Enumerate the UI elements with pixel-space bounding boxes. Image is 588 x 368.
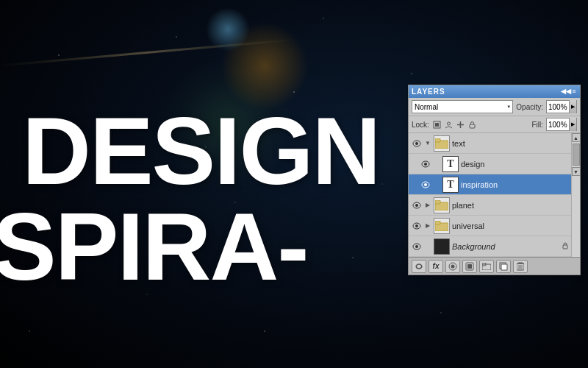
svg-point-7 [415, 142, 418, 145]
thumb-inspiration: T [442, 177, 459, 193]
svg-point-2 [448, 122, 451, 125]
fill-value[interactable]: 100% [547, 121, 569, 129]
svg-rect-5 [470, 124, 475, 128]
layers-scrollbar: ▲ ▼ [571, 133, 580, 257]
layer-name-design: design [461, 160, 568, 169]
layer-item-universal[interactable]: ▶ universal [409, 216, 571, 236]
svg-rect-17 [435, 200, 440, 204]
opacity-value[interactable]: 100% [547, 103, 569, 111]
visibility-inspiration[interactable] [420, 180, 431, 190]
visibility-text-group[interactable] [412, 138, 422, 149]
fx-btn[interactable]: fx [429, 260, 443, 273]
link-layers-btn[interactable] [412, 260, 426, 273]
thumb-design: T [442, 156, 459, 172]
svg-rect-32 [501, 264, 507, 270]
svg-point-13 [424, 183, 427, 186]
new-fill-btn[interactable] [445, 260, 460, 273]
new-group-btn[interactable] [479, 260, 494, 273]
panel-menu-btn[interactable]: ≡ [571, 89, 577, 95]
fill-label: Fill: [531, 121, 543, 129]
svg-rect-35 [519, 262, 522, 263]
visibility-background[interactable] [412, 241, 422, 252]
layer-name-inspiration: inspiration [461, 180, 568, 189]
canvas-text-design: DESIGN [22, 103, 379, 199]
svg-point-26 [451, 264, 455, 268]
visibility-universal[interactable] [412, 221, 422, 231]
thumb-planet [434, 197, 450, 213]
svg-point-11 [424, 163, 427, 166]
visibility-planet[interactable] [412, 200, 422, 210]
lock-label: Lock: [412, 121, 429, 129]
layer-name-text-group: text [452, 139, 568, 148]
canvas-text-inspiration: SPIRA- [0, 199, 308, 294]
titlebar-controls: ◀◀ ≡ [563, 89, 577, 95]
fx-label: fx [433, 262, 440, 270]
thumb-background [434, 238, 450, 255]
scrollbar-thumb[interactable] [573, 144, 580, 166]
layer-name-universal: universal [452, 222, 568, 230]
svg-rect-1 [435, 123, 439, 127]
blend-mode-row: Normal Opacity: 100% ▶ [409, 98, 580, 116]
layer-name-background: Background [452, 242, 560, 251]
scrollbar-down-btn[interactable]: ▼ [572, 167, 581, 176]
fill-arrow-btn[interactable]: ▶ [569, 118, 576, 131]
opacity-label: Opacity: [516, 103, 543, 111]
adjustment-layer-btn[interactable] [462, 260, 477, 273]
svg-point-19 [415, 224, 418, 227]
svg-rect-29 [482, 264, 491, 270]
layer-item-text-group[interactable]: ▼ text [409, 133, 571, 154]
lock-image-btn[interactable] [444, 119, 454, 130]
lock-icons [432, 119, 478, 130]
panel-titlebar: LAYERS ◀◀ ≡ [409, 85, 580, 98]
thumb-text-group [434, 135, 450, 152]
new-layer-btn[interactable] [496, 260, 511, 273]
svg-rect-21 [435, 221, 440, 224]
layer-name-planet: planet [452, 201, 568, 210]
lock-transparent-btn[interactable] [432, 119, 442, 130]
layer-item-planet[interactable]: ▶ planet [409, 195, 571, 216]
svg-rect-28 [467, 264, 472, 269]
layers-content: ▼ text ▶ T design ▶ T [409, 133, 580, 257]
visibility-design[interactable] [420, 159, 431, 169]
svg-rect-24 [563, 245, 567, 249]
layers-panel: LAYERS ◀◀ ≡ Normal Opacity: 100% ▶ Lock: [408, 85, 581, 275]
panel-collapse-btn[interactable]: ◀◀ [563, 89, 569, 95]
layers-toolbar: fx [409, 257, 580, 275]
panel-title: LAYERS [412, 88, 445, 96]
lock-icon-background [562, 242, 568, 251]
lock-all-btn[interactable] [467, 119, 478, 130]
scrollbar-up-btn[interactable]: ▲ [572, 133, 581, 142]
lock-position-btn[interactable] [456, 119, 466, 130]
svg-point-15 [415, 204, 418, 207]
layer-item-design[interactable]: ▶ T design [409, 154, 571, 174]
layer-item-background[interactable]: ▶ Background [409, 236, 571, 257]
thumb-universal [434, 218, 450, 234]
expand-planet[interactable]: ▶ [424, 200, 431, 210]
fill-box: 100% ▶ [546, 118, 577, 131]
opacity-box: 100% ▶ [546, 100, 577, 113]
layers-items-area: ▼ text ▶ T design ▶ T [409, 133, 571, 257]
lock-row: Lock: Fill: 100% ▶ [409, 116, 580, 133]
layer-item-inspiration[interactable]: ▶ T inspiration [409, 174, 571, 195]
delete-layer-btn[interactable] [513, 260, 528, 273]
expand-text-group[interactable]: ▼ [424, 138, 431, 149]
svg-point-23 [415, 245, 418, 248]
svg-rect-9 [435, 138, 440, 142]
expand-universal[interactable]: ▶ [424, 221, 431, 231]
blend-mode-select[interactable]: Normal [412, 100, 513, 113]
blend-mode-wrapper: Normal [412, 100, 513, 113]
opacity-arrow-btn[interactable]: ▶ [569, 100, 576, 113]
